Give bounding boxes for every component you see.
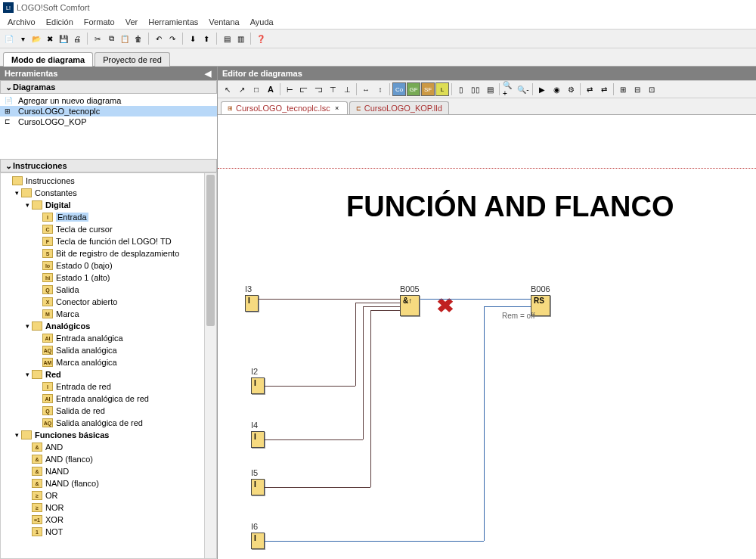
wire[interactable] xyxy=(355,303,356,386)
zoom-in-icon[interactable]: 🔍+ xyxy=(502,82,516,96)
wire[interactable] xyxy=(265,386,355,387)
wire[interactable] xyxy=(420,299,531,300)
save-icon[interactable]: 💾 xyxy=(57,33,70,45)
wire[interactable] xyxy=(484,306,531,307)
wire[interactable] xyxy=(370,310,371,487)
close-icon[interactable]: ✖ xyxy=(44,33,56,45)
undo-icon[interactable]: ↶ xyxy=(153,33,165,45)
paste-icon[interactable]: 📋 xyxy=(119,33,131,45)
tab-diagram-mode[interactable]: Modo de diagrama xyxy=(3,52,93,67)
block-i3[interactable]: I3 I xyxy=(245,295,259,312)
tree-leaf-salida-red[interactable]: QSalida de red xyxy=(2,405,204,417)
wire[interactable] xyxy=(363,306,400,307)
connect-icon[interactable]: ↗ xyxy=(235,82,249,96)
convert-icon[interactable]: ⇄ xyxy=(583,82,596,96)
tree-leaf-entrada-red[interactable]: IEntrada de red xyxy=(2,380,204,393)
tree-leaf-nand[interactable]: &NAND xyxy=(2,465,204,477)
tree-leaf-salida[interactable]: QSalida xyxy=(2,284,204,296)
tree-leaf-not[interactable]: 1NOT xyxy=(2,526,204,538)
menu-edicion[interactable]: Edición xyxy=(42,17,78,27)
scrollbar-thumb[interactable] xyxy=(206,175,215,326)
menu-herramientas[interactable]: Herramientas xyxy=(144,17,203,27)
new-dropdown-icon[interactable]: ▾ xyxy=(17,33,29,45)
tree-leaf-estado1[interactable]: hiEstado 1 (alto) xyxy=(2,272,204,284)
wire[interactable] xyxy=(265,439,363,440)
block-body[interactable]: I xyxy=(245,295,259,312)
tree-leaf-xor[interactable]: =1XOR xyxy=(2,514,204,526)
menu-archivo[interactable]: Archivo xyxy=(3,17,40,27)
block-i2[interactable]: I2 I xyxy=(251,377,265,394)
tree-leaf-entrada-analog[interactable]: AIEntrada analógica xyxy=(2,332,204,344)
tree-leaf-tecla-cursor[interactable]: CTecla de cursor xyxy=(2,223,204,235)
tab-network-project[interactable]: Proyecto de red xyxy=(94,52,170,67)
close-tab-icon[interactable]: × xyxy=(333,104,341,112)
simulate-icon[interactable]: ▶ xyxy=(535,82,549,96)
wire[interactable] xyxy=(259,299,400,300)
page-layout-2-icon[interactable]: ▯▯ xyxy=(469,82,482,96)
tree-leaf-tecla-funcion[interactable]: FTecla de función del LOGO! TD xyxy=(2,235,204,247)
menu-formato[interactable]: Formato xyxy=(79,17,119,27)
collapse-left-icon[interactable]: ◀ xyxy=(203,69,212,78)
file-tab-kop[interactable]: ⊏ CursoLOGO_KOP.lld xyxy=(349,101,449,114)
delete-icon[interactable]: 🗑 xyxy=(132,33,144,45)
online-icon[interactable]: ◉ xyxy=(550,82,563,96)
distribute-h-icon[interactable]: ↔ xyxy=(359,82,373,96)
basic-functions-palette-icon[interactable]: GF xyxy=(407,82,420,96)
tree-leaf-nor[interactable]: ≥NOR xyxy=(2,502,204,514)
file-tab-tecnoplc[interactable]: ⊞ CursoLOGO_tecnoplc.lsc × xyxy=(221,101,348,114)
wire[interactable] xyxy=(484,306,485,541)
instruction-tree[interactable]: Instrucciones ▾Constantes ▾Digital IEntr… xyxy=(0,172,217,559)
block-b005-and-edge[interactable]: B005 &↑ xyxy=(400,295,420,316)
simulate-icon[interactable]: ▤ xyxy=(221,33,233,45)
tree-node-analogicos[interactable]: ▾Analógicos xyxy=(2,320,204,332)
tree-node-funciones-basicas[interactable]: ▾Funciones básicas xyxy=(2,429,204,441)
diagrams-section-header[interactable]: ⌄ Diagramas xyxy=(0,80,217,94)
page-layout-1-icon[interactable]: ▯ xyxy=(454,82,468,96)
block-i6[interactable]: I6 I xyxy=(251,533,265,549)
tree-leaf-marca[interactable]: MMarca xyxy=(2,308,204,320)
split-icon[interactable]: ⊢ xyxy=(283,82,296,96)
expand-icon[interactable]: ⌄ xyxy=(4,161,13,171)
convert2-icon[interactable]: ⇄ xyxy=(597,82,611,96)
tree-node-red[interactable]: ▾Red xyxy=(2,368,204,380)
tree-leaf-and-flanco[interactable]: &AND (flanco) xyxy=(2,453,204,465)
align-right-icon[interactable]: ⫎ xyxy=(311,82,325,96)
autoalign-icon[interactable]: ⊟ xyxy=(631,82,644,96)
block-i5[interactable]: I5 I xyxy=(251,479,265,495)
tree-node-constantes[interactable]: ▾Constantes xyxy=(2,187,204,199)
distribute-v-icon[interactable]: ↕ xyxy=(373,82,387,96)
tree-leaf-bit-registro[interactable]: SBit de registro de desplazamiento xyxy=(2,247,204,259)
diagram-canvas[interactable]: FUNCIÓN AND FLANCO I3 I I2 I I4 I xyxy=(218,115,756,559)
menu-ventana[interactable]: Ventana xyxy=(204,17,243,27)
text-icon[interactable]: A xyxy=(264,82,277,96)
block-body[interactable]: I xyxy=(251,377,265,394)
block-name-icon[interactable]: □ xyxy=(249,82,263,96)
block-body[interactable]: I xyxy=(251,479,265,495)
block-body[interactable]: I xyxy=(251,533,265,549)
tree-node-digital[interactable]: ▾Digital xyxy=(2,199,204,211)
special-functions-palette-icon[interactable]: SF xyxy=(421,82,435,96)
align-bottom-icon[interactable]: ⊥ xyxy=(340,82,354,96)
grid-icon[interactable]: ⊡ xyxy=(645,82,658,96)
block-i4[interactable]: I4 I xyxy=(251,431,265,448)
tree-leaf-marca-analog[interactable]: AMMarca analógica xyxy=(2,356,204,368)
constants-palette-icon[interactable]: Co xyxy=(392,82,406,96)
align-left-icon[interactable]: ⫍ xyxy=(297,82,311,96)
tree-leaf-nand-flanco[interactable]: &NAND (flanco) xyxy=(2,477,204,489)
tree-leaf-salida-analog-red[interactable]: AQSalida analógica de red xyxy=(2,417,204,429)
diagram-item-kop[interactable]: ⊏ CursoLOGO_KOP xyxy=(0,116,217,127)
menu-ver[interactable]: Ver xyxy=(121,17,143,27)
copy-icon[interactable]: ⧉ xyxy=(105,33,117,45)
transfer-down-icon[interactable]: ⬇ xyxy=(187,33,199,45)
tree-leaf-entrada-analog-red[interactable]: AIEntrada analógica de red xyxy=(2,393,204,405)
wire[interactable] xyxy=(265,541,484,542)
cleanup-icon[interactable]: ⊞ xyxy=(616,82,630,96)
tree-leaf-and[interactable]: &AND xyxy=(2,441,204,453)
new-icon[interactable]: 📄 xyxy=(3,33,15,45)
tree-leaf-estado0[interactable]: loEstado 0 (bajo) xyxy=(2,259,204,272)
wire[interactable] xyxy=(355,303,400,303)
diagram-title-text[interactable]: FUNCIÓN AND FLANCO xyxy=(346,191,674,223)
help-icon[interactable]: ❓ xyxy=(255,33,267,45)
tree-leaf-entrada[interactable]: IEntrada xyxy=(2,211,204,223)
tree-scrollbar[interactable] xyxy=(204,173,216,558)
